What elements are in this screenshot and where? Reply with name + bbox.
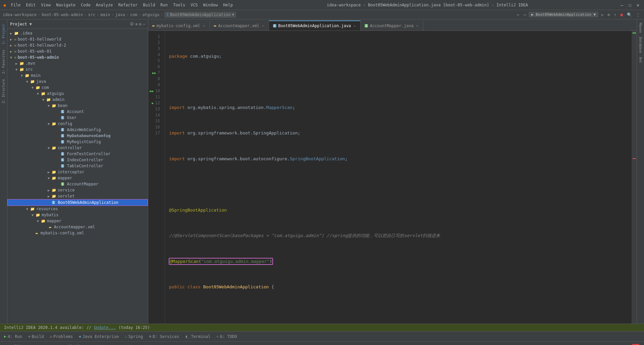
tree-item-mvn[interactable]: ▶ 📁 .mvn — [7, 60, 148, 66]
tree-item-adminwebconfig[interactable]: ▶ C AdminWebConfig — [7, 127, 148, 133]
menu-navigate[interactable]: Navigate — [53, 1, 78, 9]
tree-item-mapper[interactable]: ▼ 📁 mapper — [7, 175, 148, 181]
back-icon[interactable]: ← — [516, 12, 521, 18]
breadcrumb-module[interactable]: boot-05-web-admin — [42, 12, 83, 17]
input-method-status[interactable]: S英 — [630, 343, 641, 345]
tree-item-boot05webadmin-selected[interactable]: ▶ C Boot05WebAdminApplication — [7, 199, 148, 206]
code-content[interactable]: package com.atguigu; import org.mybatis.… — [165, 31, 632, 324]
tree-item-boot05-01[interactable]: ▶ ▫ boot-05-web-01 — [7, 48, 148, 54]
tree-item-resources[interactable]: ▼ 📁 resources — [7, 206, 148, 212]
java-enterprise-button[interactable]: ◆ Java Enterprise — [76, 333, 121, 340]
tree-item-indexcontroller[interactable]: ▶ C IndexController — [7, 157, 148, 163]
breadcrumb-workspace[interactable]: idea-workspace — [3, 12, 37, 17]
menu-view[interactable]: View — [38, 1, 53, 9]
tree-item-bean[interactable]: ▼ 📁 bean — [7, 103, 148, 109]
maximize-button[interactable]: ☐ — [627, 2, 633, 8]
build-tool-button[interactable]: ⚒ Build — [25, 333, 47, 340]
menu-analyze[interactable]: Analyze — [93, 1, 116, 9]
stop-icon[interactable]: ■ — [619, 12, 624, 18]
tree-item-tablecontroller[interactable]: ▶ C TableController — [7, 163, 148, 169]
tree-item-mybatis-config-xml[interactable]: ▶ ▬ mybatis-config.xml — [7, 230, 148, 236]
menu-refactor[interactable]: Refactor — [115, 1, 140, 9]
tree-item-formtestcontroller[interactable]: ▶ C FormTestController — [7, 151, 148, 157]
favorites-panel-tab[interactable]: 2: Favorites — [1, 48, 6, 76]
run-gutter-icon[interactable]: ▶▶ — [152, 70, 156, 75]
tree-item-main[interactable]: ▼ 📁 main — [7, 72, 148, 78]
todo-tool-button[interactable]: ✍ 6: TODO — [214, 333, 239, 340]
tree-item-accountmapper[interactable]: ▶ I AccountMapper — [7, 181, 148, 187]
problems-tool-button[interactable]: ⚠ Problems — [47, 333, 75, 340]
tab-close-icon[interactable]: ✕ — [416, 23, 419, 28]
event-log-status[interactable]: Event Log — [564, 344, 590, 345]
tree-item-java[interactable]: ▼ 📁 java — [7, 78, 148, 84]
settings-small-icon[interactable]: ⚙ — [139, 22, 142, 26]
tree-item-admin[interactable]: ▼ 📁 admin — [7, 97, 148, 103]
tab-close-icon[interactable]: ✕ — [202, 23, 206, 28]
tree-item-idea[interactable]: ▶ 📁 .idea — [7, 30, 148, 36]
menu-edit[interactable]: Edit — [23, 1, 38, 9]
breadcrumb-java[interactable]: java — [115, 12, 125, 17]
tree-item-com[interactable]: ▼ 📁 com — [7, 84, 148, 91]
tree-item-servlet[interactable]: ▶ 📁 servlet — [7, 193, 148, 199]
tree-item-account[interactable]: ▶ C Account — [7, 109, 148, 115]
menu-tools[interactable]: Tools — [170, 1, 188, 9]
tree-item-config[interactable]: ▼ 📁 config — [7, 121, 148, 127]
tree-item-boot05-admin[interactable]: ▼ ▫ boot-05-web-admin — [7, 54, 148, 60]
breadcrumb-com[interactable]: com — [130, 12, 138, 17]
tree-item-boot01-2[interactable]: ▶ ▫ boot-01-helloworld-2 — [7, 42, 148, 48]
structure-panel-tab[interactable]: Z: Structure — [1, 77, 6, 105]
breadcrumb-src[interactable]: src — [88, 12, 95, 17]
collapse-icon[interactable]: ≡ — [135, 22, 138, 26]
menu-build[interactable]: Build — [140, 1, 158, 9]
run-gutter-icon-12[interactable]: ▶ — [152, 101, 154, 106]
minimize-button[interactable]: – — [619, 2, 625, 8]
line-ending-status[interactable]: LF — [616, 344, 625, 345]
menu-file[interactable]: File — [8, 1, 23, 9]
menu-vcs[interactable]: VCS — [188, 1, 201, 9]
tree-item-src[interactable]: ▼ 📁 src — [7, 66, 148, 72]
spring-tool-button[interactable]: ♨ Spring — [122, 333, 146, 340]
tree-item-mapper-res[interactable]: ▼ 📁 mapper — [7, 218, 148, 224]
menu-code[interactable]: Code — [78, 1, 93, 9]
tree-item-controller[interactable]: ▼ 📁 controller — [7, 145, 148, 151]
run-tool-button[interactable]: ▶ 4: Run — [1, 333, 25, 340]
menu-run[interactable]: Run — [158, 1, 170, 9]
more-icon[interactable]: ⋮ — [635, 12, 641, 18]
tab-accountmapper-xml[interactable]: ▬ Accountmapper.xml ✕ — [210, 20, 269, 31]
tree-item-myregistconfig[interactable]: ▶ C MyRegistConfig — [7, 139, 148, 145]
tab-mybatis-config[interactable]: ▬ mybatis-config.xml ✕ — [148, 20, 210, 31]
database-panel-tab[interactable]: Database — [638, 35, 643, 55]
forward-icon[interactable]: → — [522, 12, 527, 18]
tree-item-mybatis-res[interactable]: ▼ 📁 mybatis — [7, 212, 148, 218]
locate-icon[interactable]: ⦿ — [130, 22, 134, 26]
tree-item-service[interactable]: ▶ 📁 service — [7, 187, 148, 193]
tab-close-icon[interactable]: ✕ — [261, 23, 265, 28]
update-link[interactable]: Update... — [94, 325, 116, 330]
tree-item-atguigu[interactable]: ▼ 📁 atguigu — [7, 91, 148, 97]
refresh-icon[interactable]: ↻ — [600, 12, 605, 18]
ant-panel-tab[interactable]: Ant — [638, 55, 643, 65]
breadcrumb-class-dropdown[interactable]: C Boot05WebAdminApplication ▼ — [164, 12, 236, 18]
search-everywhere-icon[interactable]: 🔍 — [626, 12, 633, 18]
tab-accountmapper-java[interactable]: I AccountMapper.java ✕ — [361, 20, 423, 31]
tree-item-interceptor[interactable]: ▶ 📁 interceptor — [7, 169, 148, 175]
tree-item-accountmapper-xml[interactable]: ▶ ▬ Accountmapper.xml — [7, 224, 148, 230]
close-panel-icon[interactable]: − — [143, 22, 145, 26]
project-panel-tab[interactable]: 1: Project — [1, 22, 6, 46]
run-config-dropdown[interactable]: ▶ Boot05WebAdminApplication ▼ — [529, 12, 598, 17]
tree-item-boot01[interactable]: ▶ ▫ boot-01-helloworld — [7, 36, 148, 42]
services-tool-button[interactable]: ⚙ 8: Services — [146, 333, 182, 340]
close-button[interactable]: ✕ — [635, 2, 641, 8]
maven-panel-tab[interactable]: Maven — [638, 21, 643, 35]
update-icon[interactable]: ↑ — [613, 12, 618, 18]
breadcrumb-atguigu[interactable]: atguigu — [143, 12, 160, 17]
terminal-tool-button[interactable]: ▮_ Terminal — [182, 333, 213, 340]
run-gutter-icon-10[interactable]: ▶▶ — [150, 89, 154, 94]
intellij-update-status[interactable]: IntelliJ IDEA 2020.1.4 available: // Upd… — [3, 344, 154, 345]
settings-icon[interactable]: ⚙ — [606, 12, 611, 18]
encoding-status[interactable]: UTF-8 — [595, 344, 611, 345]
tree-item-mydatasourceconfig[interactable]: ▶ C MyDataSourceConfig — [7, 133, 148, 139]
tab-close-icon[interactable]: ✕ — [353, 24, 356, 28]
breadcrumb-main[interactable]: main — [100, 12, 110, 17]
tree-item-user[interactable]: ▶ C User — [7, 115, 148, 121]
